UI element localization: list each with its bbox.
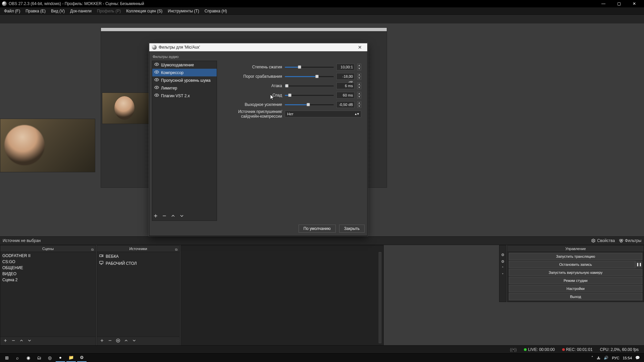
param-slider[interactable]	[285, 65, 334, 69]
param-spinner[interactable]: ▲▼	[357, 92, 361, 99]
pause-icon[interactable]: ❚❚	[635, 261, 642, 268]
close-button[interactable]: ✕	[627, 0, 642, 7]
filter-list[interactable]: ШумоподавлениеКомпрессорПропускной урове…	[152, 61, 217, 212]
filter-up-button[interactable]	[170, 213, 176, 220]
eye-icon[interactable]	[154, 77, 159, 83]
add-filter-button[interactable]	[153, 213, 158, 220]
control-button[interactable]: Режим студии	[509, 277, 642, 284]
source-up-button[interactable]	[124, 338, 128, 344]
dialog-title: Фильтры для 'Mic/Aux'	[159, 45, 200, 50]
control-button[interactable]: Настройки	[509, 285, 642, 292]
param-value[interactable]: -18,00 dB	[336, 73, 355, 80]
filter-item[interactable]: Компрессор	[152, 69, 217, 76]
source-down-button[interactable]	[132, 338, 137, 344]
settings-taskbar-icon[interactable]: ⚙	[77, 354, 87, 362]
close-dialog-button[interactable]: Закрыть	[339, 225, 365, 233]
param-slider[interactable]	[285, 93, 334, 98]
param-value[interactable]: -0,50 dB	[336, 101, 355, 108]
system-tray[interactable]: ˄ 🖧 🔊 РУС 15:54 💬	[591, 356, 642, 360]
param-row: Степень сжатия10,00:1▲▼	[220, 63, 361, 71]
param-spinner[interactable]: ▲▼	[357, 82, 361, 89]
tray-lang[interactable]: РУС	[612, 356, 619, 360]
tray-volume-icon[interactable]: 🔊	[604, 356, 608, 360]
obs-taskbar-icon[interactable]: ●	[56, 354, 65, 362]
scene-up-button[interactable]	[19, 338, 24, 344]
param-spinner[interactable]: ▲▼	[357, 73, 361, 80]
folder-taskbar-icon[interactable]: 📁	[66, 354, 76, 362]
tray-network-icon[interactable]: 🖧	[597, 356, 600, 360]
add-source-button[interactable]	[100, 338, 104, 344]
param-spinner[interactable]: ▲▼	[357, 101, 361, 108]
popout-icon[interactable]: ⧉	[90, 246, 94, 250]
properties-button[interactable]: Свойства	[591, 238, 615, 243]
param-spinner[interactable]: ▲▼	[357, 64, 361, 70]
scene-item[interactable]: ВИДЕО	[0, 271, 96, 277]
scene-item[interactable]: ОБЩЕНИЕ	[0, 265, 96, 271]
add-scene-button[interactable]	[3, 338, 8, 344]
dialog-close-button[interactable]: ✕	[355, 45, 365, 50]
filter-item[interactable]: Шумоподавление	[152, 61, 217, 69]
control-button[interactable]: Остановить запись❚❚	[509, 261, 642, 268]
gear-icon[interactable]: ⚙	[500, 259, 505, 265]
control-button[interactable]: Выход	[509, 293, 642, 300]
tray-time[interactable]: 15:54	[623, 356, 632, 360]
control-button[interactable]: Запустить трансляцию	[509, 253, 642, 260]
chevron-down-icon[interactable]: ˅	[500, 273, 505, 278]
monitor-icon	[99, 260, 104, 266]
scene-item[interactable]: Сцена 2	[0, 277, 96, 283]
remove-filter-button[interactable]	[162, 213, 167, 220]
menu-док-панели[interactable]: Док-панели	[67, 8, 94, 14]
param-row: Атака6 ms▲▼	[220, 82, 361, 89]
menu-правка[interactable]: Правка (E)	[23, 8, 48, 14]
remove-scene-button[interactable]	[11, 338, 16, 344]
filters-button[interactable]: Фильтры	[619, 238, 641, 243]
param-value[interactable]: 6 ms	[336, 82, 355, 89]
filter-item[interactable]: Плагин VST 2.x	[152, 92, 217, 100]
filter-item[interactable]: Пропускной уровень шума	[152, 76, 217, 84]
menu-справка[interactable]: Справка (H)	[202, 8, 230, 14]
eye-icon[interactable]	[154, 62, 159, 68]
tray-chevron-icon[interactable]: ˄	[591, 356, 593, 360]
start-button[interactable]: ⊞	[2, 354, 11, 362]
remove-source-button[interactable]	[108, 338, 112, 344]
scenes-list[interactable]: GODFATHER IICS:GOОБЩЕНИЕВИДЕОСцена 2	[0, 252, 96, 337]
filter-down-button[interactable]	[179, 213, 184, 220]
gear-icon[interactable]: ⚙	[500, 253, 505, 258]
search-button[interactable]: ⌕	[13, 354, 22, 362]
scene-item[interactable]: GODFATHER II	[0, 253, 96, 259]
minimize-button[interactable]: —	[596, 0, 611, 7]
sidechain-select[interactable]: Нет▲▼	[285, 111, 361, 117]
eye-icon[interactable]	[154, 85, 159, 91]
webcam-preview-main	[0, 119, 95, 172]
explorer-icon[interactable]: 🗂	[34, 354, 44, 362]
taskbar[interactable]: ⊞ ⌕ ◉ 🗂 ◎ ● 📁 ⚙ ˄ 🖧 🔊 РУС 15:54 💬	[0, 353, 644, 362]
param-slider[interactable]	[285, 74, 334, 79]
menu-вид[interactable]: Вид (V)	[48, 8, 67, 14]
chrome-icon[interactable]: ◎	[45, 354, 54, 362]
dialog-titlebar[interactable]: Фильтры для 'Mic/Aux' ✕	[149, 43, 367, 51]
param-slider[interactable]	[285, 83, 334, 88]
edge-icon[interactable]: ◉	[23, 354, 33, 362]
sources-list[interactable]: ВЕБКАРАБОЧИЙ СТОЛ	[97, 252, 179, 337]
tray-notifications-icon[interactable]: 💬	[635, 356, 640, 360]
param-slider[interactable]	[285, 102, 334, 107]
source-props-button[interactable]	[116, 338, 120, 344]
source-item[interactable]: ВЕБКА	[97, 253, 179, 260]
menu-инструменты[interactable]: Инструменты (T)	[165, 8, 202, 14]
source-item[interactable]: РАБОЧИЙ СТОЛ	[97, 260, 179, 267]
scene-down-button[interactable]	[27, 338, 32, 344]
popout-icon[interactable]: ⧉	[174, 246, 178, 250]
eye-icon[interactable]	[154, 93, 159, 99]
chevron-up-icon[interactable]: ˄	[500, 266, 505, 272]
live-status: LIVE: 00:00:00	[524, 347, 554, 352]
maximize-button[interactable]: ▢	[611, 0, 627, 7]
param-value[interactable]: 60 ms	[336, 92, 355, 99]
menu-коллекция[interactable]: Коллекция сцен (S)	[123, 8, 165, 14]
scene-item[interactable]: CS:GO	[0, 259, 96, 265]
filter-item[interactable]: Лимитер	[152, 84, 217, 92]
eye-icon[interactable]	[154, 70, 159, 75]
control-button[interactable]: Запустить виртуальную камеру	[509, 269, 642, 276]
menu-файл[interactable]: Файл (F)	[1, 8, 23, 14]
defaults-button[interactable]: По умолчанию	[299, 225, 336, 233]
param-value[interactable]: 10,00:1	[336, 64, 355, 70]
